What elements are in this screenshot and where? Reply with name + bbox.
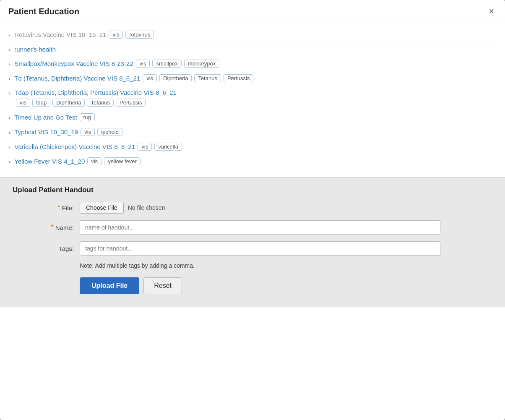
item-link-timed-up[interactable]: Timed Up and Go Test [14, 114, 77, 121]
list-item: › Tdap (Tetanus, Diphtheria, Pertussis) … [8, 86, 497, 110]
tag[interactable]: Pertussis [116, 99, 146, 107]
file-label: * File: [13, 204, 80, 211]
tag[interactable]: Tetanus [194, 74, 221, 82]
no-file-text: No file chosen [128, 204, 165, 211]
tag[interactable]: vis [87, 157, 102, 165]
tag[interactable]: vis [143, 74, 157, 82]
item-link-rotavirus[interactable]: Rotavirus Vaccine VIS 10_15_21 [14, 31, 106, 38]
modal-body: › Rotavirus Vaccine VIS 10_15_21 vis rot… [0, 23, 505, 420]
chevron-icon: › [8, 159, 10, 165]
item-link-yellow-fever[interactable]: Yellow Fever VIS 4_1_20 [14, 158, 85, 165]
required-star: * [57, 204, 60, 211]
reset-button[interactable]: Reset [143, 277, 182, 294]
item-row: › runner's health [8, 46, 56, 53]
tag[interactable]: tug [80, 113, 95, 121]
chevron-icon: › [8, 76, 10, 82]
name-row: * Name: [13, 220, 492, 235]
list-item: › runner's health [8, 42, 497, 56]
item-link-td[interactable]: Td (Tetanus, Diphtheria) Vaccine VIS 8_6… [14, 75, 140, 82]
item-row: › Typhoid VIS 10_30_19 vis typhoid [8, 128, 122, 136]
tag[interactable]: Tetanus [87, 99, 114, 107]
required-star: * [51, 224, 54, 231]
item-link-tdap[interactable]: Tdap (Tetanus, Diphtheria, Pertussis) Va… [14, 89, 177, 96]
chevron-icon: › [8, 144, 10, 150]
item-link-varicella[interactable]: Varicella (Chickenpox) Vaccine VIS 8_6_2… [14, 143, 135, 150]
tag[interactable]: varicella [154, 143, 182, 151]
tag[interactable]: Diphtheria [159, 74, 192, 82]
list-item: › Typhoid VIS 10_30_19 vis typhoid [8, 125, 497, 139]
list-item: › Rotavirus Vaccine VIS 10_15_21 vis rot… [8, 27, 497, 42]
item-link-smallpox[interactable]: Smallpox/Monkeypox Vaccine VIS 8-23-22 [14, 60, 133, 67]
modal-title: Patient Education [8, 7, 79, 16]
tag[interactable]: vis [109, 31, 123, 39]
item-link-typhoid[interactable]: Typhoid VIS 10_30_19 [14, 128, 78, 136]
close-button[interactable]: × [486, 6, 497, 17]
tags-row: Tags: [13, 241, 492, 256]
name-input[interactable] [80, 220, 440, 235]
upload-section: Upload Patient Handout * File: Choose Fi… [0, 177, 505, 307]
tag[interactable]: vis [81, 128, 95, 136]
tag[interactable]: tdap [32, 99, 50, 107]
list-section: › Rotavirus Vaccine VIS 10_15_21 vis rot… [0, 23, 505, 177]
list-item: › Td (Tetanus, Diphtheria) Vaccine VIS 8… [8, 71, 497, 86]
name-label: * Name: [13, 224, 80, 231]
file-row: * File: Choose File No file chosen [13, 202, 492, 214]
list-item: › Smallpox/Monkeypox Vaccine VIS 8-23-22… [8, 56, 497, 71]
list-item: › Varicella (Chickenpox) Vaccine VIS 8_6… [8, 139, 497, 154]
item-row: › Tdap (Tetanus, Diphtheria, Pertussis) … [8, 89, 177, 96]
chevron-icon: › [8, 61, 10, 67]
tag[interactable]: vis [16, 99, 30, 107]
item-row: › Timed Up and Go Test tug [8, 113, 95, 121]
tags-input[interactable] [80, 241, 440, 256]
tag[interactable]: vis [136, 60, 150, 68]
list-item: › Timed Up and Go Test tug [8, 110, 497, 125]
upload-title: Upload Patient Handout [13, 186, 492, 194]
tag[interactable]: yellow fever [104, 157, 141, 165]
tag[interactable]: typhoid [97, 128, 122, 136]
name-control-wrap [80, 220, 492, 235]
item-link-runners-health[interactable]: runner's health [14, 46, 56, 53]
chevron-icon: › [8, 90, 10, 96]
chevron-icon: › [8, 129, 10, 136]
upload-file-button[interactable]: Upload File [80, 277, 139, 294]
item-row: › Td (Tetanus, Diphtheria) Vaccine VIS 8… [8, 74, 253, 82]
item-row: › Smallpox/Monkeypox Vaccine VIS 8-23-22… [8, 60, 219, 68]
tag[interactable]: Diphtheria [52, 99, 85, 107]
chevron-icon: › [8, 32, 10, 38]
chevron-icon: › [8, 115, 10, 121]
tag[interactable]: Pertussis [224, 74, 253, 82]
item-row: › Varicella (Chickenpox) Vaccine VIS 8_6… [8, 143, 182, 151]
chevron-icon: › [8, 47, 10, 53]
item-row: › Rotavirus Vaccine VIS 10_15_21 vis rot… [8, 31, 154, 39]
tag[interactable]: rotavirus [125, 31, 154, 39]
tags-row: vis tdap Diphtheria Tetanus Pertussis [8, 99, 497, 107]
tags-label: Tags: [13, 245, 80, 252]
tag[interactable]: vis [138, 143, 152, 151]
modal: Patient Education × › Rotavirus Vaccine … [0, 0, 505, 420]
tags-control-wrap [80, 241, 492, 256]
choose-file-button[interactable]: Choose File [80, 202, 124, 214]
tag[interactable]: monkeypox [184, 60, 219, 68]
note-text: Note: Add multiple tags by adding a comm… [13, 262, 492, 269]
list-item: › Yellow Fever VIS 4_1_20 vis yellow fev… [8, 154, 497, 169]
button-row: Upload File Reset [13, 277, 492, 294]
modal-header: Patient Education × [0, 0, 505, 23]
file-control-wrap: Choose File No file chosen [80, 202, 492, 214]
item-row: › Yellow Fever VIS 4_1_20 vis yellow fev… [8, 157, 141, 165]
tag[interactable]: smallpox [152, 60, 181, 68]
